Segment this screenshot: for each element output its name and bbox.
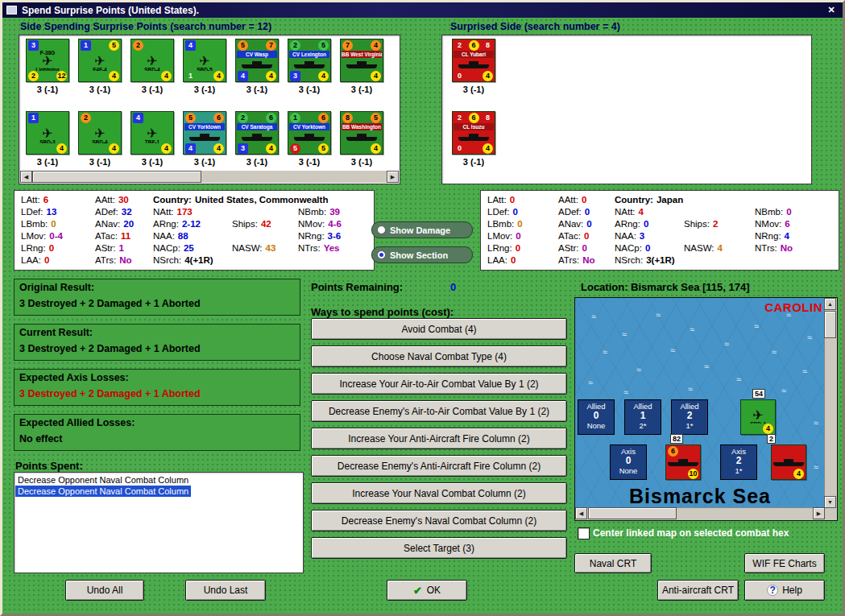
map-stack-box-axis-3[interactable]: Axis0None — [610, 444, 647, 480]
counter-value-badge: 4 — [185, 40, 196, 51]
counter-value-badge: 3 — [238, 143, 248, 154]
unit-caption: 3 (-1) — [24, 85, 71, 94]
counter-value-badge: 4 — [371, 40, 381, 51]
map-horizontal-scrollbar[interactable]: ◀ ▶ — [575, 507, 825, 520]
ok-button[interactable]: ✔ OK — [387, 580, 467, 601]
map-scroll-left-button[interactable]: ◀ — [575, 507, 587, 519]
radio-option-show-section[interactable]: Show Section — [371, 246, 473, 263]
location-heading: Location: Bismarck Sea [115, 174] — [581, 281, 750, 293]
points-spent-item[interactable]: Decrease Opponent Naval Combat Column — [15, 486, 191, 497]
counter-value-badge: 4 — [109, 71, 119, 81]
center-map-checkbox-label[interactable]: Center linked map on selected combat hex — [593, 527, 789, 539]
counter-top-values: 268 — [454, 113, 494, 122]
points-spent-item[interactable]: Decrease Opponent Naval Combat Column — [15, 474, 191, 486]
map-scroll-down-button[interactable]: ▼ — [824, 496, 836, 508]
naval-crt-button[interactable]: Naval CRT — [574, 553, 652, 573]
counter-value-badge: 8 — [342, 113, 353, 123]
map-stack-box-allied-0[interactable]: Allied0None — [578, 399, 615, 435]
undo-all-button[interactable]: Undo All — [65, 580, 144, 601]
unit-counter[interactable]: 268CL Yubari043 (-1) — [450, 39, 497, 94]
ways-to-spend-label: Ways to spend points (cost): — [311, 306, 454, 318]
spend-button-4[interactable]: Decrease Enemy's Air-to-Air Combat Value… — [311, 400, 567, 422]
ship-silhouette-icon — [237, 59, 277, 70]
spend-button-2[interactable]: Choose Naval Combat Type (4) — [311, 345, 567, 367]
map-panel[interactable]: CAROLIN ≈≈≈≈≈≈≈≈≈≈≈≈≈≈≈≈≈≈≈≈≈≈Allied0Non… — [574, 297, 838, 521]
stat-nrng: NRng:4 — [755, 231, 789, 241]
unit-counter[interactable]: 4 — [765, 444, 812, 480]
counter-value-badge: 4 — [318, 71, 329, 81]
stat-value: 4 — [785, 231, 789, 241]
stat-value: 32 — [122, 207, 132, 217]
unit-counter[interactable]: 74BB West Virginia43 (-1) — [338, 39, 385, 94]
map-sea-area[interactable]: CAROLIN ≈≈≈≈≈≈≈≈≈≈≈≈≈≈≈≈≈≈≈≈≈≈Allied0Non… — [575, 298, 825, 508]
stat-label: NTrs: — [755, 243, 777, 253]
ship-silhouette-icon — [342, 131, 382, 143]
unit-counter[interactable]: ✈SBD-44 — [735, 399, 781, 435]
surprised-side-unit-list[interactable]: 268CL Yubari043 (-1)268CL Isuzu043 (-1) — [441, 35, 812, 184]
stat-value: 0 — [786, 207, 791, 217]
radio-option-show-damage[interactable]: Show Damage — [371, 221, 473, 238]
counter-value-badge: 5 — [290, 143, 300, 154]
map-scroll-right-button[interactable]: ▶ — [813, 507, 825, 519]
spend-button-6[interactable]: Decrease Enemy's Anti-Aircraft Fire Colu… — [311, 455, 567, 477]
spend-button-5[interactable]: Increase Your Anti-Aircraft Fire Column … — [311, 428, 567, 449]
wif-fe-charts-button[interactable]: WIF FE Charts — [744, 553, 825, 573]
map-stack-box-axis-4[interactable]: Axis21* — [720, 444, 757, 480]
unit-counter[interactable]: 25CV Lexington343 (-1) — [286, 39, 333, 94]
spend-button-7[interactable]: Increase Your Naval Combat Column (2) — [311, 482, 567, 504]
unit-counter[interactable]: 15✈F4F-443 (-1) — [77, 39, 123, 94]
counter-value-badge: 8 — [483, 113, 493, 123]
wave-icon: ≈ — [807, 333, 812, 342]
unit-counter[interactable]: 3P-38G✈Lightning2123 (-1) — [24, 39, 71, 94]
map-scroll-up-button[interactable]: ▲ — [824, 298, 836, 310]
counter-body: 4 — [771, 444, 806, 480]
help-button[interactable]: ? Help — [744, 580, 825, 601]
scroll-right-button[interactable]: ▶ — [387, 171, 399, 183]
stat-label: Ships: — [232, 219, 258, 229]
map-stack-box-allied-2[interactable]: Allied21* — [671, 399, 708, 435]
unit-counter[interactable]: 57CV Wasp443 (-1) — [234, 39, 280, 94]
unit-counter[interactable]: 4✈SBD-5143 (-1) — [181, 39, 228, 94]
spend-button-1[interactable]: Avoid Combat (4) — [311, 318, 567, 340]
center-map-checkbox[interactable] — [578, 527, 590, 540]
stat-nsrch: NSrch:3(+1R) — [615, 255, 675, 265]
unit-counter[interactable]: 16CV Yorktown553 (-1) — [286, 111, 333, 167]
counter-value-badge: 7 — [342, 40, 353, 51]
unit-list-horizontal-scrollbar[interactable]: ◀ ▶ — [20, 171, 399, 183]
counter-top-values: 1 — [27, 113, 68, 122]
counter-value-badge: 0 — [454, 71, 465, 81]
unit-counter[interactable]: 1✈SBD-343 (-1) — [24, 111, 71, 167]
unit-counter[interactable]: 2✈SBD-443 (-1) — [129, 39, 176, 94]
stat-arng: ARng:0 — [615, 219, 648, 229]
unit-counter[interactable]: 85BB Washington43 (-1) — [338, 111, 385, 167]
stat-value: 0 — [582, 195, 586, 205]
unit-counter[interactable]: 26CV Saratoga343 (-1) — [234, 111, 280, 167]
map-stack-box-allied-1[interactable]: Allied12* — [624, 399, 661, 435]
scrollbar-thumb[interactable] — [32, 171, 201, 183]
spend-button-3[interactable]: Increase Your Air-to-Air Combat Value By… — [311, 373, 567, 395]
spending-side-unit-list[interactable]: 3P-38G✈Lightning2123 (-1)15✈F4F-443 (-1)… — [19, 35, 400, 184]
spend-button-8[interactable]: Decrease Enemy's Naval Combat Column (2) — [311, 510, 567, 531]
unit-counter[interactable]: 4✈TBF-143 (-1) — [129, 111, 176, 167]
map-vscroll-thumb[interactable] — [824, 311, 836, 338]
wave-icon: ≈ — [781, 387, 786, 395]
counter-value-badge: 0 — [454, 143, 465, 154]
stat-label: LRng: — [21, 243, 46, 253]
wave-icon: ≈ — [772, 348, 777, 357]
stat-label: NBmb: — [298, 207, 326, 217]
spend-button-9[interactable]: Select Target (3) — [311, 537, 567, 559]
scroll-left-button[interactable]: ◀ — [20, 171, 32, 183]
stat-label: ATrs: — [95, 255, 116, 265]
unit-counter[interactable]: 610 — [660, 444, 706, 480]
titlebar[interactable]: Spend Surprise Points (United States). ✕ — [2, 2, 843, 18]
close-button[interactable]: ✕ — [824, 5, 839, 15]
anti-aircraft-crt-button[interactable]: Anti-aircraft CRT — [657, 580, 739, 601]
map-vertical-scrollbar[interactable]: ▲ ▼ — [824, 298, 837, 508]
unit-counter[interactable]: 268CL Isuzu043 (-1) — [450, 111, 497, 167]
undo-last-button[interactable]: Undo Last — [185, 580, 266, 601]
unit-counter[interactable]: 56CV Yorktown443 (-1) — [181, 111, 228, 167]
map-hscroll-thumb[interactable] — [588, 507, 677, 519]
unit-counter[interactable]: 2✈SBD-443 (-1) — [77, 111, 123, 167]
stack-sub-label: 1* — [721, 466, 756, 476]
points-spent-listbox[interactable]: Decrease Opponent Naval Combat ColumnDec… — [14, 472, 304, 573]
